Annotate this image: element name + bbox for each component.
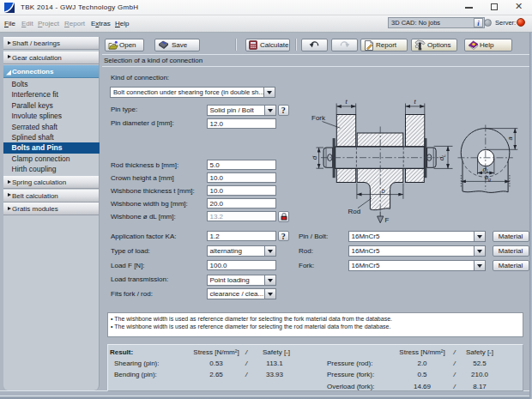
svg-text:Fork: Fork xyxy=(311,114,326,122)
svg-text:b: b xyxy=(381,187,384,195)
svg-text:dL: dL xyxy=(438,154,446,160)
svg-text:d: d xyxy=(311,155,318,160)
svg-text:a: a xyxy=(506,136,514,140)
svg-text:t: t xyxy=(414,98,417,106)
svg-text:t: t xyxy=(345,98,348,106)
svg-text:Rod: Rod xyxy=(348,208,361,215)
svg-text:F: F xyxy=(385,216,390,224)
